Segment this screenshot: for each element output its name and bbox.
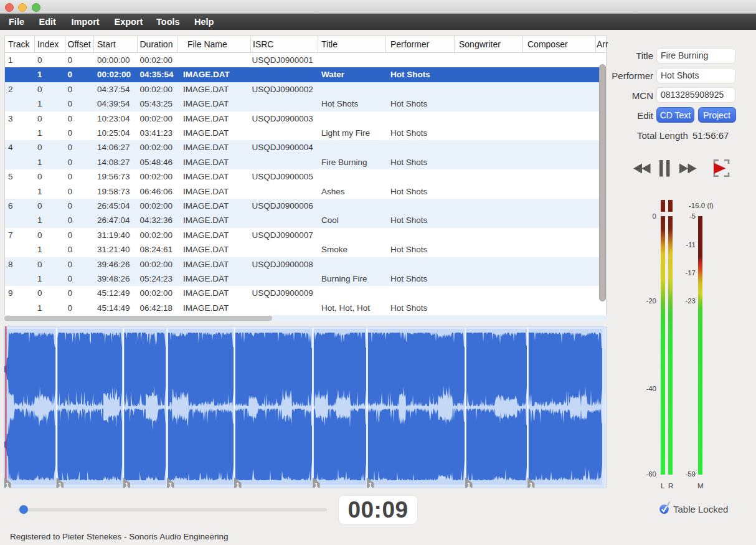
svg-text:1: 1 xyxy=(314,482,318,489)
svg-text:1: 1 xyxy=(369,482,372,489)
svg-text:1: 1 xyxy=(125,482,129,489)
svg-text:1: 1 xyxy=(236,482,240,489)
svg-text:1: 1 xyxy=(59,482,62,489)
svg-text:1: 1 xyxy=(467,482,471,489)
svg-text:1: 1 xyxy=(169,482,172,489)
svg-text:1: 1 xyxy=(529,482,533,489)
svg-text:1: 1 xyxy=(6,482,9,489)
